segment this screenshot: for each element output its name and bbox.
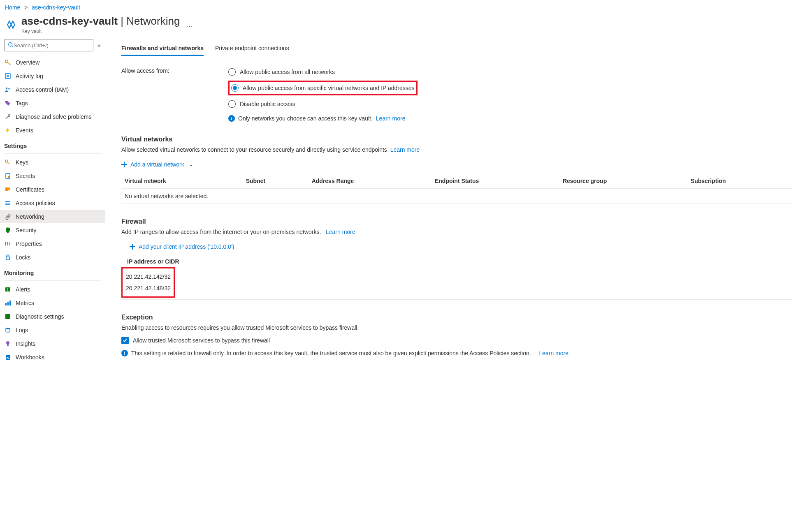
tab-private-endpoints[interactable]: Private endpoint connections: [215, 43, 289, 56]
sidebar-item-label: Workbooks: [16, 354, 44, 361]
svg-point-7: [8, 88, 10, 90]
radio-icon: [231, 84, 239, 92]
sidebar-item-overview[interactable]: Overview: [0, 56, 105, 69]
radio-icon: [228, 68, 236, 76]
col-address-range[interactable]: Address Range: [309, 174, 431, 189]
sidebar-item-alerts[interactable]: ! Alerts: [0, 282, 105, 296]
sidebar-item-security[interactable]: Security: [0, 223, 105, 237]
tabs: Firewalls and virtual networks Private e…: [121, 43, 793, 56]
chevron-down-icon: ⌄: [189, 162, 193, 167]
sidebar-item-label: Keys: [16, 159, 28, 166]
svg-rect-23: [7, 302, 9, 305]
learn-more-link[interactable]: Learn more: [376, 115, 406, 122]
page-title-sub: Networking: [126, 15, 180, 27]
people-icon: [4, 86, 12, 93]
svg-rect-28: [7, 345, 9, 346]
learn-more-link[interactable]: Learn more: [390, 146, 420, 153]
more-actions-button[interactable]: …: [186, 20, 194, 29]
learn-more-link[interactable]: Learn more: [539, 350, 569, 356]
radio-allow-specific[interactable]: Allow public access from specific virtua…: [231, 83, 415, 93]
sidebar-item-networking[interactable]: Networking: [0, 210, 105, 223]
firewall-heading: Firewall: [121, 218, 793, 225]
breadcrumb: Home > ase-cdns-key-vault: [0, 0, 805, 13]
alert-icon: !: [4, 286, 12, 293]
add-client-ip-button[interactable]: Add your client IP address ('10.0.0.0'): [121, 239, 234, 254]
divider: [4, 280, 101, 281]
sidebar-section-settings: Settings: [0, 137, 105, 152]
exception-description: Enabling access to resources requires yo…: [121, 324, 793, 331]
networking-icon: [4, 213, 12, 220]
info-text: Only networks you choose can access this…: [238, 115, 373, 122]
workbook-icon: [4, 354, 12, 361]
col-endpoint-status[interactable]: Endpoint Status: [431, 174, 559, 189]
insights-icon: [4, 340, 12, 347]
sidebar-item-label: Networking: [16, 213, 44, 220]
ip-column-header: IP address or CIDR: [121, 254, 793, 267]
radio-label: Allow public access from specific virtua…: [243, 85, 415, 91]
sidebar-section-monitoring: Monitoring: [0, 264, 105, 279]
breadcrumb-resource[interactable]: ase-cdns-key-vault: [32, 4, 80, 11]
svg-point-6: [6, 87, 7, 89]
sidebar-item-metrics[interactable]: Metrics: [0, 296, 105, 310]
tab-firewalls[interactable]: Firewalls and virtual networks: [121, 43, 204, 56]
sliders-icon: [4, 241, 12, 247]
add-client-ip-label: Add your client IP address ('10.0.0.0'): [139, 243, 234, 250]
checkbox-label: Allow trusted Microsoft services to bypa…: [133, 337, 270, 344]
sidebar-item-properties[interactable]: Properties: [0, 237, 105, 250]
col-subscription[interactable]: Subscription: [687, 174, 793, 189]
trusted-services-checkbox[interactable]: [121, 337, 129, 344]
sidebar-item-secrets[interactable]: Secrets: [0, 169, 105, 183]
svg-text:!: !: [7, 287, 9, 291]
svg-rect-19: [6, 257, 9, 260]
key-icon: [4, 59, 12, 66]
sidebar-item-certificates[interactable]: Certificates: [0, 183, 105, 196]
highlighted-selection: Allow public access from specific virtua…: [228, 81, 418, 95]
sidebar-item-label: Access policies: [16, 200, 55, 206]
ip-row[interactable]: 20.221.42.148/32: [125, 282, 169, 294]
svg-rect-3: [5, 74, 10, 79]
search-input[interactable]: [14, 42, 90, 49]
sidebar-item-tags[interactable]: Tags: [0, 96, 105, 110]
divider: [4, 153, 101, 154]
sidebar-item-logs[interactable]: Logs: [0, 323, 105, 337]
main-content: Firewalls and virtual networks Private e…: [105, 35, 805, 372]
sidebar: « Overview Activity log Access control (…: [0, 35, 105, 372]
activity-log-icon: [4, 73, 12, 79]
page-title: ase-cdns-key-vault | Networking: [21, 15, 180, 28]
col-subnet[interactable]: Subnet: [243, 174, 309, 189]
sidebar-item-insights[interactable]: Insights: [0, 337, 105, 350]
radio-allow-all[interactable]: Allow public access from all networks: [228, 67, 418, 77]
sidebar-item-keys[interactable]: Keys: [0, 155, 105, 169]
col-resource-group[interactable]: Resource group: [559, 174, 687, 189]
sidebar-item-diagnose[interactable]: Diagnose and solve problems: [0, 110, 105, 123]
sidebar-item-workbooks[interactable]: Workbooks: [0, 350, 105, 364]
sidebar-item-label: Secrets: [16, 173, 35, 179]
ip-row[interactable]: 20.221.42.142/32: [125, 271, 169, 282]
sidebar-item-locks[interactable]: Locks: [0, 250, 105, 264]
sidebar-item-label: Activity log: [16, 73, 43, 79]
keyvault-icon: [5, 19, 17, 31]
svg-rect-25: [5, 314, 10, 319]
sidebar-item-diagnostic-settings[interactable]: Diagnostic settings: [0, 310, 105, 323]
vnet-description: Allow selected virtual networks to conne…: [121, 146, 387, 153]
radio-icon: [228, 100, 236, 108]
collapse-sidebar-button[interactable]: «: [97, 42, 101, 49]
sidebar-item-access-control[interactable]: Access control (IAM): [0, 83, 105, 96]
plus-icon: [130, 244, 135, 250]
sidebar-search[interactable]: [4, 39, 93, 51]
breadcrumb-home[interactable]: Home: [5, 4, 20, 11]
info-icon: i: [121, 350, 128, 356]
firewall-description: Add IP ranges to allow access from the i…: [121, 229, 321, 235]
col-virtual-network[interactable]: Virtual network: [121, 174, 243, 189]
sidebar-item-activity-log[interactable]: Activity log: [0, 69, 105, 83]
sidebar-item-access-policies[interactable]: Access policies: [0, 196, 105, 210]
sidebar-item-events[interactable]: Events: [0, 123, 105, 137]
search-icon: [8, 42, 14, 49]
ip-list-highlight: 20.221.42.142/32 20.221.42.148/32: [121, 267, 175, 298]
add-virtual-network-button[interactable]: Add a virtual network ⌄: [121, 157, 193, 172]
radio-label: Allow public access from all networks: [240, 69, 335, 75]
page-header: ase-cdns-key-vault | Networking Key vaul…: [0, 13, 805, 35]
radio-disable-public[interactable]: Disable public access: [228, 99, 418, 109]
key-icon: [4, 159, 12, 166]
learn-more-link[interactable]: Learn more: [326, 229, 355, 235]
